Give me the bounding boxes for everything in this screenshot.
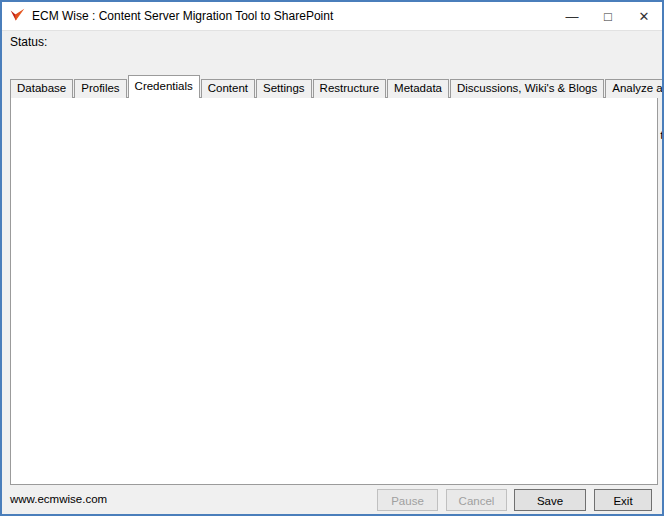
close-button[interactable]: ✕ bbox=[626, 2, 662, 30]
window-title: ECM Wise : Content Server Migration Tool… bbox=[32, 2, 333, 30]
tab-profiles[interactable]: Profiles bbox=[74, 79, 126, 98]
tab-content[interactable]: Content bbox=[201, 79, 255, 98]
tab-credentials[interactable]: Credentials bbox=[128, 75, 200, 98]
tab-discussions-wikis-blogs[interactable]: Discussions, Wiki's & Blogs bbox=[450, 79, 604, 98]
exit-button[interactable]: Exit bbox=[594, 489, 652, 511]
save-settings-button[interactable]: Save Settings bbox=[514, 489, 586, 511]
tab-restructure[interactable]: Restructure bbox=[313, 79, 386, 98]
tab-database[interactable]: Database bbox=[10, 79, 73, 98]
title-bar: ECM Wise : Content Server Migration Tool… bbox=[2, 2, 662, 31]
tab-analyze-and-migrate[interactable]: Analyze and Migrate bbox=[605, 79, 664, 98]
app-window: ECM Wise : Content Server Migration Tool… bbox=[0, 0, 664, 516]
window-controls: — □ ✕ bbox=[554, 2, 662, 30]
pause-button: Pause bbox=[377, 489, 438, 511]
credentials-tab-panel bbox=[10, 97, 658, 485]
website-link[interactable]: www.ecmwise.com bbox=[10, 493, 107, 505]
maximize-button[interactable]: □ bbox=[590, 2, 626, 30]
tab-strip: Database Profiles Credentials Content Se… bbox=[10, 79, 664, 98]
tab-metadata[interactable]: Metadata bbox=[387, 79, 449, 98]
cancel-button: Cancel bbox=[446, 489, 507, 511]
app-logo-icon bbox=[9, 7, 26, 24]
tab-settings[interactable]: Settings bbox=[256, 79, 312, 98]
minimize-button[interactable]: — bbox=[554, 2, 590, 30]
status-label: Status: bbox=[10, 35, 47, 49]
